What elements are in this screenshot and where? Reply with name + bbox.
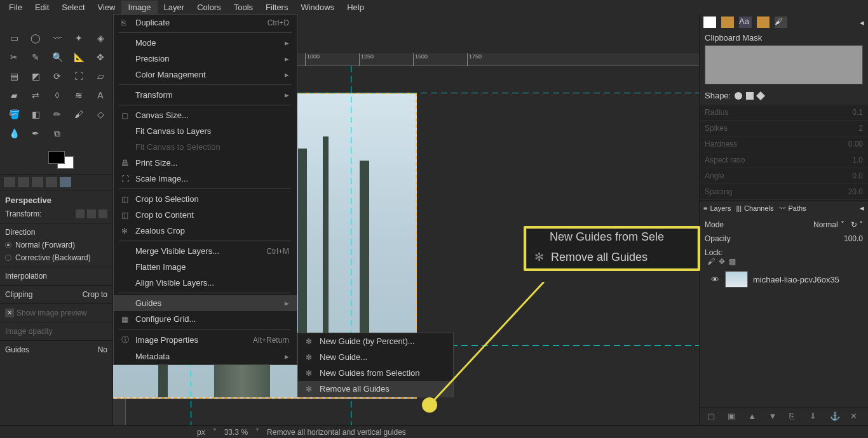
tool-eraser-icon[interactable]: ◇	[90, 105, 111, 123]
mode-row[interactable]: ModeNormal ˅ ↻ ˅	[705, 218, 863, 232]
tool-scissors-icon[interactable]: ✂	[4, 48, 24, 66]
visibility-icon[interactable]: 👁	[711, 275, 720, 284]
menu-crop-selection[interactable]: ◫Crop to Selection	[114, 191, 297, 207]
menu-canvas-size[interactable]: ▢Canvas Size...	[114, 107, 297, 123]
opt-tab-5-icon[interactable]	[60, 177, 71, 187]
menu-color-management[interactable]: Color Management▸	[114, 67, 297, 83]
transform-btn-1-icon[interactable]	[76, 209, 85, 218]
tab-channels[interactable]: ||| Channels	[736, 204, 773, 212]
menu-flatten[interactable]: Flatten Image	[114, 259, 297, 275]
tool-gradient-icon[interactable]: ◧	[25, 105, 46, 123]
tool-move-icon[interactable]: ✥	[90, 48, 111, 66]
status-zoom[interactable]: 33.3 %	[222, 428, 250, 437]
layer-up-icon[interactable]: ▲	[748, 411, 758, 421]
tool-bucket-icon[interactable]: 🪣	[4, 105, 24, 123]
tab-paths[interactable]: 〰 Paths	[779, 204, 806, 212]
submenu-new-guides-selection[interactable]: ✻New Guides from Selection	[298, 365, 453, 381]
tool-zoom-icon[interactable]: 🔍	[47, 48, 67, 66]
tool-color-select-icon[interactable]: ◈	[90, 29, 111, 47]
tool-crop-icon[interactable]: ◩	[25, 67, 46, 85]
submenu-new-guide[interactable]: ✻New Guide...	[298, 349, 453, 365]
tool-align-icon[interactable]: ▤	[4, 67, 24, 85]
panel-menu-icon[interactable]: ◂	[860, 18, 864, 27]
anchor-layer-icon[interactable]: ⚓	[830, 411, 840, 421]
menu-print-size[interactable]: 🖶Print Size...	[114, 155, 297, 171]
new-layer-icon[interactable]: ▢	[707, 411, 717, 421]
tool-shear-icon[interactable]: ▱	[90, 67, 111, 85]
rt-tab-pattern-icon[interactable]	[721, 17, 734, 28]
tool-cage-icon[interactable]: ◊	[47, 86, 67, 104]
menu-precision[interactable]: Precision▸	[114, 51, 297, 67]
tool-free-select-icon[interactable]: 〰	[47, 29, 67, 47]
rt-tab-editor-icon[interactable]: 🖌	[775, 17, 787, 28]
layer-down-icon[interactable]: ▼	[768, 411, 778, 421]
merge-layer-icon[interactable]: ⇓	[810, 411, 820, 421]
menu-image[interactable]: Image	[121, 1, 157, 14]
tool-paths-icon[interactable]: ✎	[25, 48, 46, 66]
submenu-new-guide-percent[interactable]: ✻New Guide (by Percent)...	[298, 333, 453, 349]
tool-measure-icon[interactable]: 📐	[69, 48, 89, 66]
menu-configure-grid[interactable]: ▦Configure Grid...	[114, 311, 297, 327]
delete-layer-icon[interactable]: ✕	[850, 411, 860, 421]
interpolation-row[interactable]: Interpolation	[5, 270, 107, 282]
tool-perspective-icon[interactable]: ▰	[4, 86, 24, 104]
opt-tab-2-icon[interactable]	[18, 177, 29, 187]
tool-paintbrush-icon[interactable]: 🖌	[69, 105, 89, 123]
tool-flip-icon[interactable]: ⇄	[25, 86, 46, 104]
shape-circle-icon[interactable]	[735, 92, 742, 100]
menu-view[interactable]: View	[92, 1, 122, 14]
menu-colors[interactable]: Colors	[191, 1, 227, 14]
menu-merge-visible[interactable]: Merge Visible Layers...Ctrl+M	[114, 243, 297, 259]
tool-scale-icon[interactable]: ⛶	[69, 67, 89, 85]
tool-rect-select-icon[interactable]: ▭	[4, 29, 24, 47]
tool-text-icon[interactable]: A	[90, 86, 111, 104]
image-opacity-row[interactable]: Image opacity	[5, 325, 107, 338]
tool-fuzzy-select-icon[interactable]: ✦	[69, 29, 89, 47]
menu-filters[interactable]: Filters	[259, 1, 294, 14]
lock-pixels-icon[interactable]: 🖌	[707, 257, 715, 266]
slider-radius[interactable]: Radius0.1	[700, 105, 868, 120]
transform-btn-2-icon[interactable]	[87, 209, 96, 218]
menu-mode[interactable]: Mode▸	[114, 35, 297, 51]
slider-spikes[interactable]: Spikes2	[700, 121, 868, 136]
menu-layer[interactable]: Layer	[158, 1, 191, 14]
duplicate-layer-icon[interactable]: ⎘	[789, 411, 799, 421]
menu-windows[interactable]: Windows	[294, 1, 341, 14]
menu-align-layers[interactable]: Align Visible Layers...	[114, 275, 297, 291]
opt-tab-1-icon[interactable]	[4, 177, 15, 187]
tool-warp-icon[interactable]: ≋	[69, 86, 89, 104]
slider-hardness[interactable]: Hardness0.00	[700, 136, 868, 152]
menu-guides[interactable]: Guides▸	[114, 295, 297, 311]
direction-corrective[interactable]: Corrective (Backward)	[5, 251, 107, 264]
menu-help[interactable]: Help	[341, 1, 370, 14]
menu-transform[interactable]: Transform▸	[114, 87, 297, 103]
menu-scale-image[interactable]: ⛶Scale Image...	[114, 171, 297, 187]
shape-diamond-icon[interactable]	[756, 91, 765, 100]
color-indicator[interactable]	[0, 146, 112, 174]
shape-square-icon[interactable]	[746, 92, 754, 100]
menu-edit[interactable]: Edit	[29, 1, 55, 14]
lock-position-icon[interactable]: ✥	[719, 257, 725, 266]
menu-file[interactable]: File	[3, 1, 29, 14]
slider-aspect[interactable]: Aspect ratio1.0	[700, 152, 868, 168]
menu-crop-content[interactable]: ◫Crop to Content	[114, 207, 297, 223]
menu-tools[interactable]: Tools	[227, 1, 259, 14]
opacity-row[interactable]: Opacity100.0	[705, 232, 863, 246]
menu-select[interactable]: Select	[55, 1, 91, 14]
rt-tab-brush-icon[interactable]	[703, 17, 716, 28]
menu-duplicate[interactable]: ⎘DuplicateCtrl+D	[114, 15, 297, 30]
submenu-remove-all-guides[interactable]: ✻Remove all Guides	[298, 381, 453, 397]
clipping-row[interactable]: ClippingCrop to	[5, 288, 107, 301]
tool-clone-icon[interactable]: ⧉	[47, 124, 67, 142]
new-group-icon[interactable]: ▣	[728, 411, 738, 421]
rt-tab-history-icon[interactable]	[757, 17, 770, 28]
tool-ellipse-select-icon[interactable]: ◯	[25, 29, 46, 47]
panel-menu-2-icon[interactable]: ◂	[860, 203, 864, 213]
tool-ink-icon[interactable]: ✒	[25, 124, 46, 142]
status-unit[interactable]: px	[194, 428, 208, 437]
menu-fit-layers[interactable]: Fit Canvas to Layers	[114, 123, 297, 139]
tab-layers[interactable]: ≡ Layers	[703, 204, 731, 212]
menu-metadata[interactable]: Metadata▸	[114, 348, 297, 364]
opt-tab-4-icon[interactable]	[46, 177, 57, 187]
slider-spacing[interactable]: Spacing20.0	[700, 184, 868, 199]
